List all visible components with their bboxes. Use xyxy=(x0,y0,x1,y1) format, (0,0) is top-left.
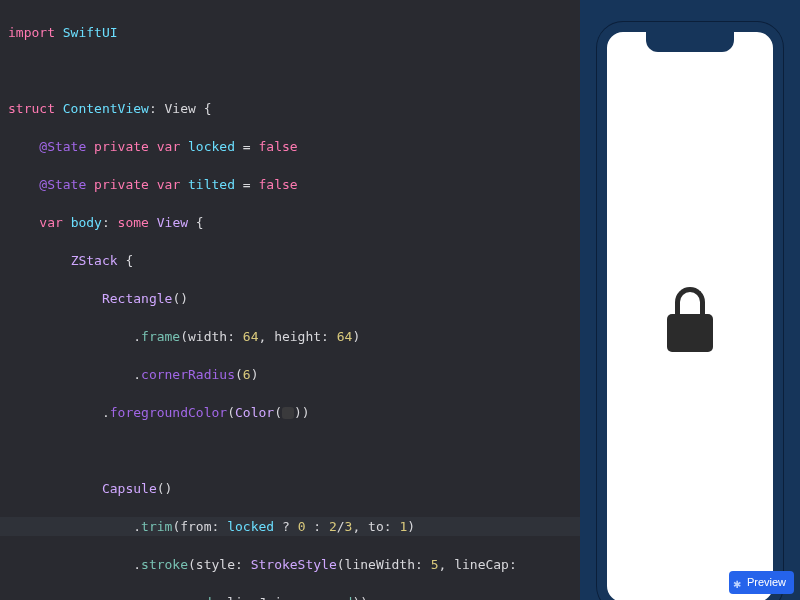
code-line xyxy=(8,441,572,460)
phone-notch xyxy=(646,30,734,52)
code-line: struct ContentView: View { xyxy=(8,99,572,118)
loading-spinner-icon xyxy=(733,578,743,588)
code-line: Rectangle() xyxy=(8,289,572,308)
preview-panel: Preview xyxy=(580,0,800,600)
code-line: .stroke(style: StrokeStyle(lineWidth: 5,… xyxy=(8,555,572,574)
code-line: Capsule() xyxy=(8,479,572,498)
code-line xyxy=(8,61,572,80)
code-line: @State private var locked = false xyxy=(8,137,572,156)
lock-icon xyxy=(665,287,715,347)
code-line: ZStack { xyxy=(8,251,572,270)
code-line: var body: some View { xyxy=(8,213,572,232)
color-swatch-icon xyxy=(282,407,294,419)
code-line: .frame(width: 64, height: 64) xyxy=(8,327,572,346)
preview-button[interactable]: Preview xyxy=(729,571,794,594)
code-line: import SwiftUI xyxy=(8,23,572,42)
code-line: .trim(from: locked ? 0 : 2/3, to: 1) xyxy=(0,517,580,536)
code-line: .round, lineJoin: .round)) xyxy=(8,593,572,600)
code-line: .foregroundColor(Color()) xyxy=(8,403,572,422)
code-line: @State private var tilted = false xyxy=(8,175,572,194)
preview-button-label: Preview xyxy=(747,573,786,592)
phone-simulator[interactable] xyxy=(597,22,783,600)
code-editor[interactable]: import SwiftUI struct ContentView: View … xyxy=(0,0,580,600)
code-line: .cornerRadius(6) xyxy=(8,365,572,384)
